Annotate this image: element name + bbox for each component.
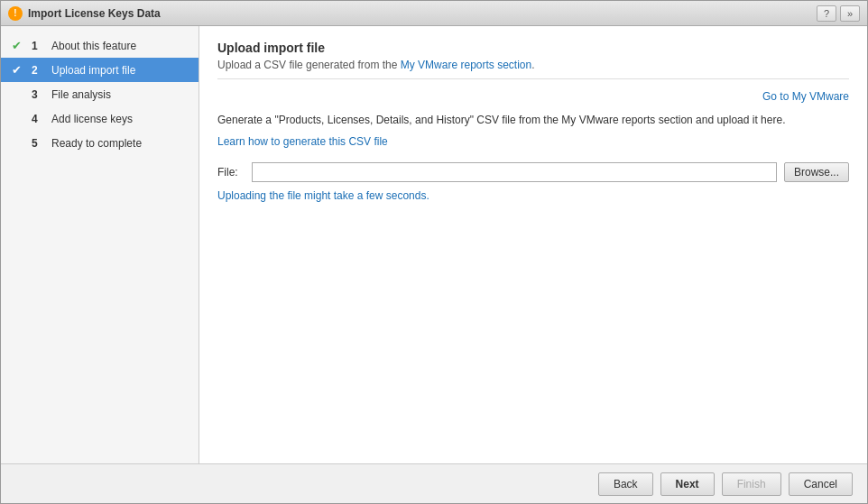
check-icon-upload: ✔ [12,63,26,77]
titlebar-left: ! Import License Keys Data [8,6,161,21]
my-vmware-link-subtitle[interactable]: My VMware reports section [401,59,531,71]
cancel-button[interactable]: Cancel [789,472,853,496]
check-icon-about: ✔ [12,39,26,52]
content-area: Upload import file Upload a CSV file gen… [199,26,867,463]
sidebar-item-upload[interactable]: ✔ 2 Upload import file [1,58,199,82]
window-title: Import License Keys Data [28,7,161,20]
sidebar-item-analysis[interactable]: ✔ 3 File analysis [1,82,199,106]
file-input[interactable] [252,162,777,182]
main-content: ✔ 1 About this feature ✔ 2 Upload import… [1,26,867,463]
upload-note: Uploading the file might take a few seco… [217,189,849,202]
description-text: Generate a "Products, Licenses, Details,… [217,112,849,128]
footer: Back Next Finish Cancel [1,463,867,503]
step-num-addkeys: 4 [32,113,46,125]
file-label: File: [217,166,245,179]
sidebar: ✔ 1 About this feature ✔ 2 Upload import… [1,26,199,463]
sidebar-label-addkeys: Add license keys [51,113,133,125]
divider [217,78,849,79]
section-subtitle: Upload a CSV file generated from the My … [217,59,849,71]
go-to-container: Go to My VMware [217,90,849,103]
main-window: ! Import License Keys Data ? » ✔ 1 About… [0,0,868,504]
sidebar-label-upload: Upload import file [51,64,135,77]
step-num-upload: 2 [32,64,46,77]
go-to-myvmware-link[interactable]: Go to My VMware [762,90,849,103]
learn-link[interactable]: Learn how to generate this CSV file [217,135,388,148]
titlebar: ! Import License Keys Data ? » [1,1,867,26]
next-button[interactable]: Next [660,472,715,496]
step-num-about: 1 [32,40,46,52]
sidebar-item-ready[interactable]: ✔ 5 Ready to complete [1,131,199,155]
step-num-ready: 5 [32,137,46,150]
sidebar-item-about[interactable]: ✔ 1 About this feature [1,33,199,58]
finish-button[interactable]: Finish [722,472,781,496]
app-icon: ! [8,6,23,21]
browse-button[interactable]: Browse... [784,162,849,182]
file-row: File: Browse... [217,162,849,182]
titlebar-right: ? » [817,5,860,22]
sidebar-label-ready: Ready to complete [51,137,142,150]
sidebar-label-about: About this feature [51,40,136,52]
help-button[interactable]: ? [817,5,836,22]
subtitle-prefix: Upload a CSV file generated from the [217,59,401,71]
expand-button[interactable]: » [840,5,860,22]
sidebar-item-addkeys[interactable]: ✔ 4 Add license keys [1,106,199,131]
sidebar-label-analysis: File analysis [51,88,111,101]
step-num-analysis: 3 [32,88,46,101]
subtitle-suffix: . [531,59,534,71]
section-title: Upload import file [217,41,849,55]
back-button[interactable]: Back [598,472,653,496]
